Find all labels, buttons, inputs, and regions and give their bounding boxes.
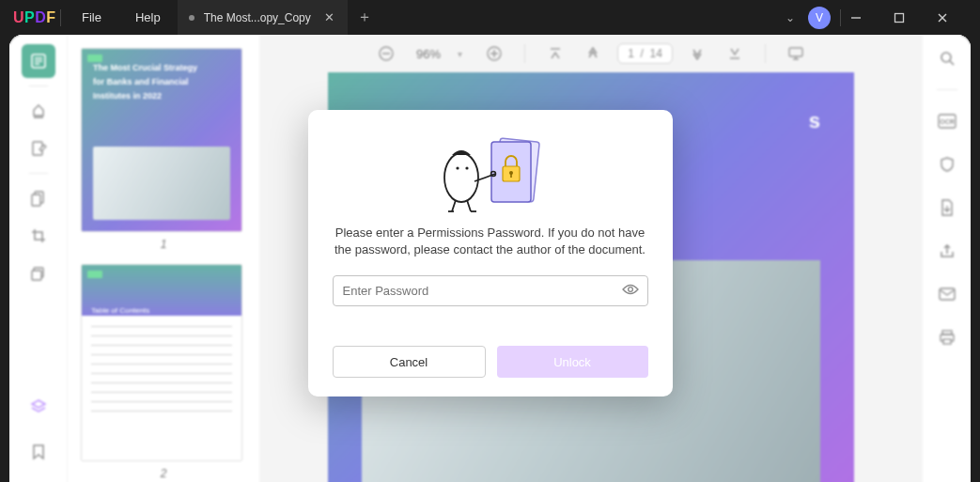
password-dialog: Please enter a Permissions Password. If …: [308, 110, 673, 396]
document-tab[interactable]: The Most...opy_Copy ✕: [178, 0, 348, 35]
app-logo: UPDF: [0, 9, 56, 26]
menu-file[interactable]: File: [65, 0, 118, 35]
tab-indicator-icon: [189, 15, 194, 21]
divider: [840, 9, 841, 26]
tab-title: The Most...opy_Copy: [204, 11, 311, 24]
svg-line-42: [467, 200, 471, 211]
toggle-password-visibility-icon[interactable]: [622, 283, 639, 296]
dialog-illustration: [333, 132, 648, 215]
window-close-button[interactable]: [937, 7, 974, 29]
svg-point-38: [456, 166, 459, 169]
menu-help[interactable]: Help: [118, 0, 178, 35]
minimize-icon: [850, 12, 862, 23]
tab-close-icon[interactable]: ✕: [320, 10, 338, 24]
new-tab-button[interactable]: ＋: [348, 8, 381, 27]
cancel-button[interactable]: Cancel: [333, 346, 486, 378]
svg-line-41: [452, 200, 456, 211]
lock-illustration-icon: [429, 132, 552, 215]
close-icon: [937, 12, 948, 23]
unlock-button[interactable]: Unlock: [497, 346, 648, 378]
window-minimize-button[interactable]: [850, 7, 888, 29]
password-input[interactable]: [333, 275, 648, 306]
svg-point-39: [465, 166, 468, 169]
tabs-dropdown-icon[interactable]: ⌄: [778, 6, 802, 30]
divider: [60, 9, 61, 26]
maximize-icon: [894, 12, 905, 23]
svg-point-45: [628, 288, 632, 292]
dialog-message: Please enter a Permissions Password. If …: [333, 225, 648, 258]
svg-point-37: [444, 153, 478, 202]
svg-rect-1: [895, 13, 904, 22]
window-maximize-button[interactable]: [894, 7, 931, 29]
user-avatar[interactable]: V: [808, 7, 831, 29]
